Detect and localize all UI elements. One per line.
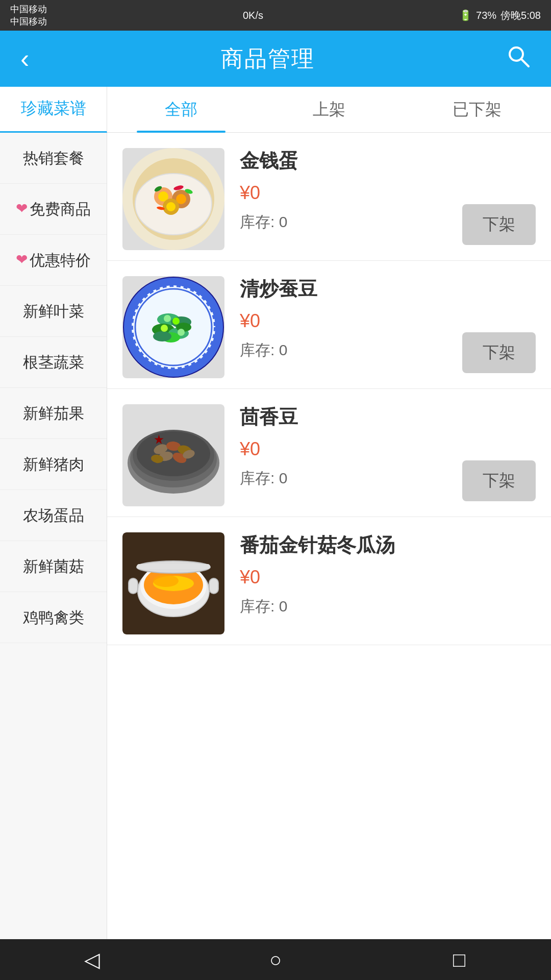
svg-point-28 <box>161 325 168 332</box>
header: ‹ 商品管理 <box>0 31 551 87</box>
delist-button-3[interactable]: 下架 <box>462 460 536 501</box>
page-title: 商品管理 <box>221 44 315 74</box>
product-name-3: 茴香豆 <box>240 404 536 430</box>
status-bar: 中国移动 中国移动 0K/s 🔋 73% 傍晚5:08 <box>0 0 551 31</box>
sidebar-item-xinxianzhuroue[interactable]: 新鲜猪肉 <box>0 439 107 490</box>
product-image-qingchaocandou <box>122 276 224 378</box>
product-name-4: 番茄金针菇冬瓜汤 <box>240 532 536 558</box>
svg-point-17 <box>135 289 212 365</box>
search-button[interactable] <box>506 44 531 74</box>
svg-point-47 <box>153 575 179 587</box>
tab-on-shelf[interactable]: 上架 <box>255 87 403 133</box>
product-info-fanqie: 番茄金针菇冬瓜汤 ¥0 库存: 0 <box>224 532 536 617</box>
product-image-fanqie <box>122 532 224 634</box>
back-button[interactable]: ‹ <box>20 43 29 74</box>
product-name: 金钱蛋 <box>240 148 536 174</box>
svg-point-27 <box>172 317 180 325</box>
system-status: 🔋 73% 傍晚5:08 <box>459 9 541 22</box>
tab-items: 全部 上架 已下架 <box>107 87 551 133</box>
bottom-nav: ◁ ○ □ <box>0 939 551 980</box>
product-item-4: 番茄金针菇冬瓜汤 ¥0 库存: 0 <box>107 517 551 645</box>
product-action-2: 下架 <box>462 332 536 373</box>
svg-rect-50 <box>129 578 138 594</box>
tab-sidebar-label[interactable]: 珍藏菜谱 <box>0 87 107 133</box>
product-name-2: 清炒蚕豆 <box>240 276 536 302</box>
product-item-3: 茴香豆 ¥0 库存: 0 下架 <box>107 389 551 517</box>
sidebar-item-xinxianyecai[interactable]: 新鲜叶菜 <box>0 286 107 337</box>
network-speed: 0K/s <box>243 10 263 21</box>
tab-bar: 珍藏菜谱 全部 上架 已下架 <box>0 87 551 133</box>
product-price-4: ¥0 <box>240 567 536 588</box>
heart-icon: ❤ <box>16 200 28 218</box>
svg-line-1 <box>521 59 529 66</box>
nav-home-button[interactable]: ○ <box>260 944 291 975</box>
sidebar: 热销套餐 ❤免费商品 ❤优惠特价 新鲜叶菜 根茎蔬菜 新鲜茄果 新鲜猪肉 农场蛋… <box>0 133 107 939</box>
product-action: 下架 <box>462 204 536 245</box>
tab-off-shelf[interactable]: 已下架 <box>403 87 551 133</box>
main-content: 热销套餐 ❤免费商品 ❤优惠特价 新鲜叶菜 根茎蔬菜 新鲜茄果 新鲜猪肉 农场蛋… <box>0 133 551 939</box>
product-image-maoxiangdou <box>122 404 224 506</box>
time-display: 傍晚5:08 <box>500 9 541 22</box>
heart-icon-2: ❤ <box>16 251 28 269</box>
tab-all[interactable]: 全部 <box>107 87 255 133</box>
product-price: ¥0 <box>240 182 536 204</box>
battery-icon: 🔋 <box>459 9 472 21</box>
product-price-2: ¥0 <box>240 310 536 332</box>
battery-level: 73% <box>476 10 496 21</box>
product-stock-4: 库存: 0 <box>240 596 536 617</box>
product-item-2: 清炒蚕豆 ¥0 库存: 0 下架 <box>107 261 551 389</box>
product-list: 金钱蛋 ¥0 库存: 0 下架 <box>107 133 551 939</box>
sidebar-item-mifeishangpin[interactable]: ❤免费商品 <box>0 184 107 235</box>
product-item: 金钱蛋 ¥0 库存: 0 下架 <box>107 133 551 261</box>
svg-rect-49 <box>137 564 210 569</box>
delist-button-2[interactable]: 下架 <box>462 332 536 373</box>
svg-point-33 <box>137 431 210 476</box>
svg-point-26 <box>164 315 171 322</box>
sidebar-item-nongchangdanpin[interactable]: 农场蛋品 <box>0 490 107 541</box>
nav-recent-button[interactable]: □ <box>444 944 474 975</box>
sidebar-item-jiyaqinlei[interactable]: 鸡鸭禽类 <box>0 592 107 643</box>
sidebar-item-xinxianjungu[interactable]: 新鲜菌菇 <box>0 541 107 592</box>
nav-back-button[interactable]: ◁ <box>77 944 107 975</box>
delist-button-1[interactable]: 下架 <box>462 204 536 245</box>
svg-point-10 <box>166 202 176 211</box>
sidebar-item-gengjingshucai[interactable]: 根茎蔬菜 <box>0 337 107 388</box>
svg-rect-51 <box>209 578 218 594</box>
product-image-jinqiandan <box>122 148 224 250</box>
sidebar-item-rexiaotaocan[interactable]: 热销套餐 <box>0 133 107 184</box>
product-action-3: 下架 <box>462 460 536 501</box>
sidebar-item-xinxianqieguo[interactable]: 新鲜茄果 <box>0 388 107 439</box>
svg-point-25 <box>153 331 171 341</box>
sidebar-item-youhuitejia[interactable]: ❤优惠特价 <box>0 235 107 286</box>
svg-point-29 <box>178 329 185 336</box>
carrier-info: 中国移动 中国移动 <box>10 3 47 28</box>
product-price-3: ¥0 <box>240 438 536 460</box>
